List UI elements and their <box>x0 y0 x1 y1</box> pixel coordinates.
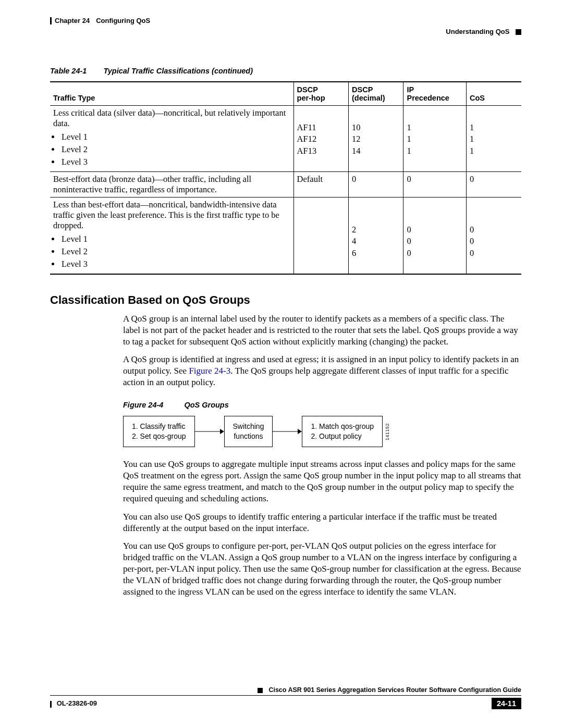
col-cos: CoS <box>467 82 522 106</box>
level-item: Level 1 <box>60 132 290 142</box>
section-title: Understanding QoS <box>446 28 509 35</box>
cell-value: 0 <box>470 248 518 259</box>
cell-value: AF11 <box>297 122 345 133</box>
diagram-box-switching: Switching functions <box>224 416 273 447</box>
cell-value: 0 <box>349 172 403 198</box>
body-paragraph: You can use QoS groups to configure per-… <box>123 540 521 598</box>
book-title: Cisco ASR 901 Series Aggregation Service… <box>268 686 521 694</box>
chapter-title: Configuring QoS <box>96 17 150 24</box>
traffic-classification-table: Traffic Type DSCPper-hop DSCP(decimal) I… <box>50 81 521 275</box>
cell-value: 2 <box>352 224 400 236</box>
header-bar-icon <box>50 17 52 24</box>
qos-groups-diagram: 1. Classify traffic 2. Set qos-group Swi… <box>123 416 521 447</box>
cell-value: 10 <box>352 122 400 133</box>
cell-value: 1 <box>407 133 463 145</box>
table-caption: Table 24-1 Typical Traffic Classificatio… <box>50 67 521 75</box>
level-item: Level 2 <box>60 246 290 257</box>
square-icon <box>516 29 521 35</box>
cell-value: 0 <box>470 236 518 247</box>
cell-value: 0 <box>407 224 463 236</box>
cell-value: 1 <box>470 145 518 157</box>
footer-bar-icon <box>50 701 52 708</box>
figure-caption: Figure 24-4 QoS Groups <box>123 400 521 410</box>
diagram-box-output: 1. Match qos-group 2. Output policy <box>302 416 383 447</box>
diagram-box-classify: 1. Classify traffic 2. Set qos-group <box>123 416 195 447</box>
table-row: Less critical data (silver data)—noncrit… <box>50 106 521 172</box>
arrow-icon <box>195 427 224 436</box>
col-dscp-perhop: DSCPper-hop <box>293 82 348 106</box>
page-footer: Cisco ASR 901 Series Aggregation Service… <box>50 686 521 709</box>
traffic-desc: Best-effort data (bronze data)—other tra… <box>50 172 293 198</box>
figure-title: QoS Groups <box>184 401 228 409</box>
traffic-desc: Less critical data (silver data)—noncrit… <box>53 108 290 129</box>
cell-value: 0 <box>467 172 522 198</box>
page-number: 24-11 <box>492 698 521 709</box>
svg-marker-1 <box>220 429 224 434</box>
figure-id: 141152 <box>385 423 391 440</box>
figure-number: Figure 24-4 <box>123 401 163 409</box>
cell-value: 1 <box>407 145 463 157</box>
cell-value: 1 <box>470 133 518 145</box>
col-traffic-type: Traffic Type <box>50 82 293 106</box>
running-header: Chapter 24 Configuring QoS <box>50 17 521 24</box>
section-heading: Classification Based on QoS Groups <box>50 293 521 307</box>
cell-value: 6 <box>352 248 400 259</box>
level-item: Level 1 <box>60 234 290 244</box>
cell-value: Default <box>293 172 348 198</box>
cell-value: 12 <box>352 133 400 145</box>
table-title: Typical Traffic Classifications (continu… <box>103 67 253 75</box>
cell-value: 0 <box>407 236 463 247</box>
body-paragraph: A QoS group is an internal label used by… <box>123 313 521 348</box>
cell-value: 0 <box>470 224 518 236</box>
doc-number: OL-23826-09 <box>57 699 97 707</box>
level-item: Level 3 <box>60 157 290 167</box>
figure-link[interactable]: Figure 24-3 <box>189 366 230 376</box>
cell-value: AF12 <box>297 133 345 145</box>
body-paragraph: A QoS group is identified at ingress and… <box>123 354 521 388</box>
cell-value: AF13 <box>297 145 345 157</box>
cell-value: 0 <box>403 172 467 198</box>
section-header: Understanding QoS <box>50 28 521 35</box>
chapter-label: Chapter 24 <box>55 17 90 24</box>
cell-value: 14 <box>352 145 400 157</box>
cell-value: 0 <box>407 248 463 259</box>
table-row: Less than best-effort data—noncritical, … <box>50 198 521 275</box>
level-item: Level 3 <box>60 259 290 269</box>
col-dscp-decimal: DSCP(decimal) <box>349 82 403 106</box>
cell-value: 4 <box>352 236 400 247</box>
arrow-icon <box>273 427 302 436</box>
table-number: Table 24-1 <box>50 67 87 75</box>
square-icon <box>258 688 263 693</box>
body-paragraph: You can also use QoS groups to identify … <box>123 511 521 534</box>
traffic-desc: Less than best-effort data—noncritical, … <box>53 200 290 231</box>
cell-value: 1 <box>407 122 463 133</box>
col-ip-precedence: IPPrecedence <box>403 82 467 106</box>
svg-marker-3 <box>298 429 302 434</box>
body-paragraph: You can use QoS groups to aggregate mult… <box>123 459 521 504</box>
table-row: Best-effort data (bronze data)—other tra… <box>50 172 521 198</box>
cell-value: 1 <box>470 122 518 133</box>
level-item: Level 2 <box>60 144 290 155</box>
